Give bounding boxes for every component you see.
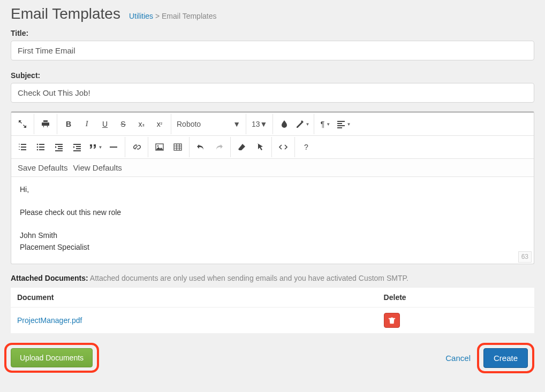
editor-line: John Smith — [20, 230, 525, 241]
clear-format-icon[interactable]: ▼ — [293, 114, 312, 134]
table-row: ProjectManager.pdf — [11, 307, 534, 333]
breadcrumb-utilities-link[interactable]: Utilities — [129, 12, 153, 20]
code-view-icon[interactable] — [274, 137, 292, 157]
horizontal-rule-icon[interactable] — [104, 137, 123, 157]
undo-icon[interactable] — [192, 137, 210, 157]
outdent-icon[interactable] — [50, 137, 68, 157]
svg-rect-3 — [110, 147, 117, 148]
caret-down-icon: ▼ — [233, 120, 240, 128]
underline-icon[interactable]: U — [96, 114, 114, 134]
svg-point-5 — [157, 145, 159, 147]
delete-button[interactable] — [384, 313, 400, 328]
color-icon[interactable] — [275, 114, 293, 134]
redo-icon[interactable] — [210, 137, 228, 157]
image-icon[interactable] — [150, 137, 169, 157]
superscript-icon[interactable]: x — [150, 114, 169, 134]
create-button[interactable]: Create — [483, 348, 528, 368]
title-label: Title: — [11, 29, 534, 37]
svg-point-2 — [37, 149, 39, 151]
help-icon[interactable]: ? — [297, 137, 315, 157]
upload-highlight: Upload Documents — [4, 343, 99, 373]
font-size-value: 13 — [252, 120, 260, 128]
italic-icon[interactable]: I — [78, 114, 96, 134]
attached-documents-note: Attached documents are only used when se… — [88, 274, 408, 282]
subscript-icon[interactable]: x — [132, 114, 150, 134]
breadcrumb: Utilities > Email Templates — [129, 12, 217, 20]
eraser-icon[interactable] — [233, 137, 251, 157]
font-family-select[interactable]: Roboto ▼ — [171, 114, 246, 134]
save-defaults-button[interactable]: Save Defaults — [18, 163, 67, 172]
breadcrumb-separator: > — [153, 12, 162, 20]
title-input[interactable] — [11, 41, 534, 60]
subject-label: Subject: — [11, 71, 534, 80]
select-icon[interactable] — [251, 137, 269, 157]
quote-icon[interactable]: ▼ — [86, 137, 104, 157]
editor-line: Placement Specialist — [20, 242, 525, 253]
strikethrough-icon[interactable]: S — [114, 114, 132, 134]
upload-documents-button[interactable]: Upload Documents — [11, 348, 93, 367]
col-delete: Delete — [377, 288, 534, 308]
link-icon[interactable] — [127, 137, 146, 157]
cancel-button[interactable]: Cancel — [445, 353, 471, 363]
print-icon[interactable] — [36, 114, 55, 134]
font-family-value: Roboto — [177, 120, 201, 128]
caret-down-icon: ▼ — [260, 120, 268, 128]
character-count: 63 — [518, 251, 532, 263]
bold-icon[interactable]: B — [59, 114, 78, 134]
editor-body[interactable]: Hi, Please check out this new role John … — [11, 177, 534, 264]
indent-icon[interactable] — [68, 137, 86, 157]
table-icon[interactable] — [169, 137, 187, 157]
paragraph-format-icon[interactable]: ¶▼ — [316, 114, 335, 134]
svg-point-1 — [37, 147, 39, 148]
breadcrumb-current: Email Templates — [162, 12, 216, 20]
page-title: Email Templates — [11, 5, 120, 22]
svg-point-0 — [37, 144, 39, 145]
font-size-select[interactable]: 13 ▼ — [246, 114, 273, 134]
editor-line: Please check out this new role — [20, 207, 525, 218]
svg-rect-6 — [174, 144, 181, 150]
subject-input[interactable] — [11, 83, 534, 103]
create-highlight: Create — [477, 343, 534, 373]
align-icon[interactable]: ▼ — [335, 114, 353, 134]
rich-text-editor: B I U S x x Roboto ▼ 13 ▼ ▼ ¶▼ ▼ — [11, 111, 534, 264]
fullscreen-icon[interactable] — [13, 114, 32, 134]
attached-documents-table: Document Delete ProjectManager.pdf — [11, 288, 534, 333]
attached-documents-label: Attached Documents: — [11, 274, 88, 282]
unordered-list-icon[interactable] — [32, 137, 50, 157]
editor-line: Hi, — [20, 185, 525, 195]
col-document: Document — [11, 288, 377, 308]
ordered-list-icon[interactable] — [13, 137, 32, 157]
trash-icon — [388, 317, 396, 324]
document-link[interactable]: ProjectManager.pdf — [17, 316, 82, 325]
view-defaults-button[interactable]: View Defaults — [73, 163, 122, 172]
